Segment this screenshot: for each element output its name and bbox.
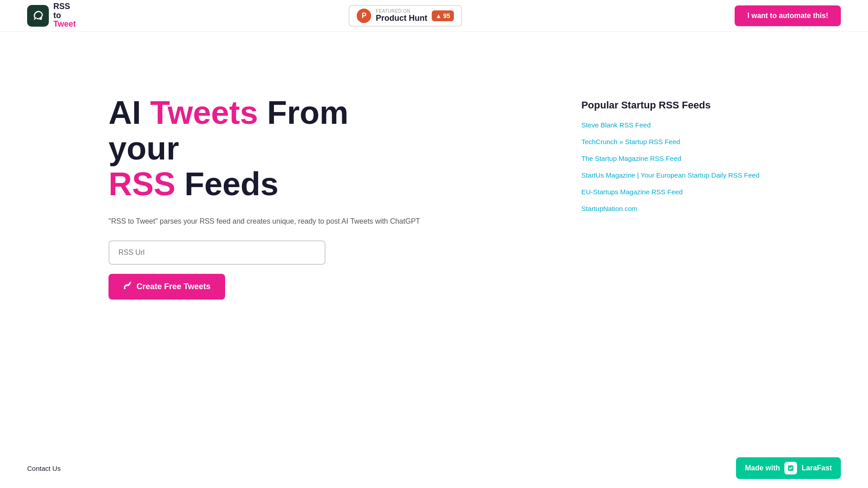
- hero-title-rss: RSS: [108, 166, 175, 202]
- ph-name: Product Hunt: [376, 14, 427, 23]
- navbar: RSS to Tweet P FEATURED ON Product Hunt …: [0, 0, 868, 32]
- logo-text: RSS to Tweet: [53, 2, 76, 29]
- create-tweets-button[interactable]: Create Free Tweets: [108, 274, 225, 300]
- feed-link[interactable]: EU-Startups Magazine RSS Feed: [581, 187, 760, 197]
- logo-to: to: [53, 11, 76, 20]
- made-with-badge[interactable]: Made with LaraFast: [736, 457, 841, 479]
- main-content: AI Tweets From your RSS Feeds "RSS to Tw…: [0, 32, 868, 345]
- hero-subtitle: "RSS to Tweet" parses your RSS feed and …: [108, 216, 425, 227]
- hero-title: AI Tweets From your RSS Feeds: [108, 95, 425, 202]
- rss-input-container: [108, 240, 425, 265]
- feed-link[interactable]: Steve Blank RSS Feed: [581, 120, 760, 130]
- hero-title-tweets: Tweets: [150, 94, 258, 131]
- product-hunt-text: FEATURED ON Product Hunt: [376, 9, 427, 23]
- hero-title-feeds: Feeds: [175, 166, 278, 202]
- left-section: AI Tweets From your RSS Feeds "RSS to Tw…: [108, 95, 425, 300]
- ph-arrow: ▲: [435, 12, 442, 19]
- product-hunt-badge[interactable]: P FEATURED ON Product Hunt ▲ 95: [349, 5, 462, 27]
- feed-link[interactable]: StartUs Magazine | Your European Startup…: [581, 170, 760, 180]
- feed-link[interactable]: StartupNation.com: [581, 204, 760, 213]
- rss-wave-icon: [123, 281, 132, 292]
- feed-link[interactable]: The Startup Magazine RSS Feed: [581, 154, 760, 163]
- feed-link[interactable]: TechCrunch » Startup RSS Feed: [581, 137, 760, 146]
- made-with-label: Made with: [745, 464, 780, 472]
- feed-links-list: Steve Blank RSS FeedTechCrunch » Startup…: [581, 120, 760, 213]
- ph-featured-label: FEATURED ON: [376, 9, 427, 14]
- logo-tweet: Tweet: [53, 20, 76, 29]
- right-section: Popular Startup RSS Feeds Steve Blank RS…: [581, 95, 760, 221]
- logo: RSS to Tweet: [27, 2, 76, 29]
- contact-us-link[interactable]: Contact Us: [27, 465, 61, 472]
- automate-button[interactable]: I want to automate this!: [735, 5, 841, 26]
- product-hunt-icon: P: [357, 9, 371, 23]
- hero-title-ai: AI: [108, 94, 150, 131]
- popular-feeds-title: Popular Startup RSS Feeds: [581, 99, 760, 111]
- larafast-icon: [784, 462, 797, 474]
- ph-score: ▲ 95: [432, 10, 453, 21]
- footer: Contact Us Made with LaraFast: [0, 448, 868, 488]
- larafast-label: LaraFast: [802, 464, 832, 472]
- logo-icon: [27, 5, 49, 27]
- logo-rss: RSS: [53, 2, 76, 11]
- svg-point-1: [124, 287, 126, 289]
- svg-point-0: [39, 17, 42, 20]
- ph-score-number: 95: [443, 12, 450, 19]
- rss-url-input[interactable]: [108, 240, 326, 265]
- create-tweets-label: Create Free Tweets: [137, 282, 211, 291]
